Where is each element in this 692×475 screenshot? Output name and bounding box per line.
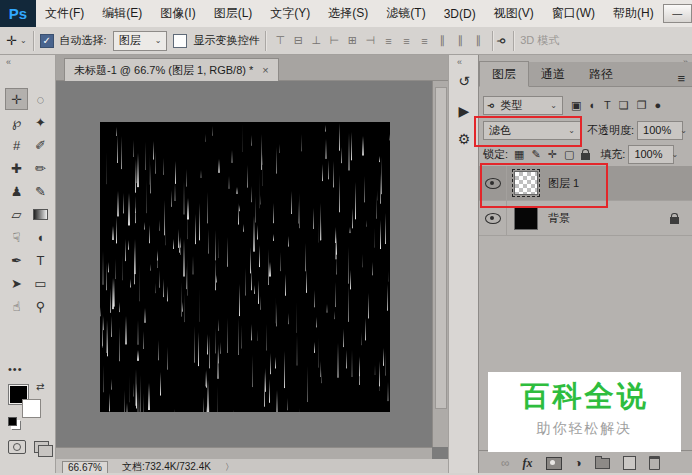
lasso-tool[interactable]: ℘ xyxy=(5,111,28,133)
new-layer-icon[interactable] xyxy=(623,456,636,470)
layer-thumbnail[interactable] xyxy=(514,206,538,230)
smudge-tool[interactable]: ☟ xyxy=(5,226,28,248)
properties-panel-icon[interactable]: ⚙ xyxy=(449,131,479,147)
distribute-horizontal-centers-icon[interactable]: ∥ xyxy=(452,34,468,47)
blend-mode-dropdown[interactable]: 滤色 ⌄ xyxy=(483,121,581,140)
menu-item-9[interactable]: 窗口(W) xyxy=(543,5,604,22)
show-transform-checkbox[interactable] xyxy=(173,34,187,48)
menu-item-4[interactable]: 文字(Y) xyxy=(261,5,319,22)
menu-item-5[interactable]: 选择(S) xyxy=(319,5,377,22)
panel-menu-icon[interactable]: ≡ xyxy=(677,71,692,86)
layer-name[interactable]: 背景 xyxy=(548,211,570,226)
type-tool[interactable]: T xyxy=(29,249,52,271)
healing-brush-tool[interactable]: ✚ xyxy=(5,157,28,179)
lock-all-icon[interactable] xyxy=(581,153,590,160)
expand-panels-icon[interactable]: « xyxy=(457,57,461,67)
align-vertical-centers-icon[interactable]: ⊟ xyxy=(290,34,306,47)
edit-toolbar-icon[interactable]: ••• xyxy=(8,363,23,375)
filter-type-layers-icon[interactable]: T xyxy=(604,99,611,111)
filter-shape-layers-icon[interactable]: ❏ xyxy=(619,99,629,112)
history-brush-tool[interactable]: ✎ xyxy=(29,180,52,202)
opacity-dropdown[interactable]: 100% ⌄ xyxy=(637,121,683,140)
align-top-edges-icon[interactable]: ⊤ xyxy=(272,34,288,47)
status-chevron-icon[interactable]: 〉 xyxy=(225,461,234,474)
new-group-icon[interactable] xyxy=(595,458,610,469)
lock-image-pixels-icon[interactable]: ✎ xyxy=(531,148,540,161)
layer-filter-dropdown[interactable]: ⌕ 类型 ⌄ xyxy=(483,96,563,115)
actions-panel-icon[interactable]: ▶ xyxy=(449,103,479,119)
quick-selection-tool[interactable]: ✦ xyxy=(29,111,52,133)
tab-paths[interactable]: 路径 xyxy=(577,62,625,86)
search-icon[interactable]: ⌕ xyxy=(495,32,513,50)
distribute-vertical-centers-icon[interactable]: ≡ xyxy=(398,35,414,47)
canvas-image[interactable] xyxy=(100,122,390,412)
menu-item-7[interactable]: 3D(D) xyxy=(435,7,485,21)
layer-row-layer-1[interactable]: 图层 1 xyxy=(479,166,692,201)
dodge-tool[interactable]: ◖ xyxy=(29,226,52,248)
menu-item-10[interactable]: 帮助(H) xyxy=(604,5,663,22)
screen-mode-button[interactable] xyxy=(34,441,49,453)
distribute-top-edges-icon[interactable]: ≡ xyxy=(380,35,396,47)
shape-tool[interactable]: ▭ xyxy=(29,272,52,294)
new-adjustment-layer-icon[interactable]: ◑ xyxy=(575,456,582,470)
background-color-swatch[interactable] xyxy=(22,399,41,418)
layer-name[interactable]: 图层 1 xyxy=(548,176,579,191)
distribute-left-edges-icon[interactable]: ∥ xyxy=(434,34,450,47)
auto-select-checkbox[interactable]: ✓ xyxy=(40,34,54,48)
menu-item-8[interactable]: 视图(V) xyxy=(485,5,543,22)
default-colors-icon[interactable] xyxy=(8,417,17,426)
zoom-tool[interactable]: ⚲ xyxy=(29,295,52,317)
history-panel-icon[interactable]: ↺ xyxy=(449,73,479,89)
marquee-tool[interactable]: ◌ xyxy=(29,88,52,110)
clone-stamp-tool[interactable]: ♟ xyxy=(5,180,28,202)
brush-tool[interactable]: ✏ xyxy=(29,157,52,179)
eraser-tool[interactable]: ▱ xyxy=(5,203,28,225)
menu-item-2[interactable]: 图像(I) xyxy=(151,5,204,22)
fill-dropdown[interactable]: 100% ⌄ xyxy=(628,145,674,164)
filter-pixel-layers-icon[interactable]: ▣ xyxy=(571,99,581,112)
layer-style-fx-icon[interactable]: fx xyxy=(523,456,533,471)
visibility-cell[interactable] xyxy=(479,166,507,201)
link-layers-icon[interactable]: ∞ xyxy=(501,456,510,470)
layer-thumbnail[interactable] xyxy=(514,171,538,195)
layer-row-background[interactable]: 背景 xyxy=(479,201,692,236)
align-right-edges-icon[interactable]: ⊣ xyxy=(362,34,378,47)
align-left-edges-icon[interactable]: ⊢ xyxy=(326,34,342,47)
horizontal-scrollbar[interactable] xyxy=(56,447,432,459)
hand-tool[interactable]: ☝ xyxy=(5,295,28,317)
menu-item-1[interactable]: 编辑(E) xyxy=(93,5,151,22)
minimize-button[interactable]: — xyxy=(663,4,692,23)
zoom-level-field[interactable]: 66.67% xyxy=(62,461,108,474)
lock-transparent-pixels-icon[interactable]: ▦ xyxy=(514,148,524,161)
add-layer-mask-icon[interactable] xyxy=(546,457,562,470)
collapse-toolbar-icon[interactable]: « xyxy=(6,57,10,67)
tab-layers[interactable]: 图层 xyxy=(479,61,529,87)
crop-tool[interactable]: # xyxy=(5,134,28,156)
vertical-scrollbar[interactable] xyxy=(432,81,448,447)
lock-position-icon[interactable]: ✛ xyxy=(548,148,557,161)
distribute-right-edges-icon[interactable]: ∥ xyxy=(470,34,486,47)
move-tool[interactable]: ✛ xyxy=(5,88,28,110)
tab-channels[interactable]: 通道 xyxy=(529,62,577,86)
distribute-bottom-edges-icon[interactable]: ≡ xyxy=(416,35,432,47)
document-tab[interactable]: 未标题-1 @ 66.7% (图层 1, RGB/8) * × xyxy=(64,58,279,81)
visibility-cell[interactable] xyxy=(479,201,507,236)
menu-item-3[interactable]: 图层(L) xyxy=(205,5,262,22)
pen-tool[interactable]: ✒ xyxy=(5,249,28,271)
lock-artboard-icon[interactable]: ▢ xyxy=(564,148,574,161)
delete-layer-icon[interactable] xyxy=(649,456,660,470)
menu-item-6[interactable]: 滤镜(T) xyxy=(377,5,434,22)
gradient-tool[interactable] xyxy=(29,203,52,225)
filter-smart-objects-icon[interactable]: ❐ xyxy=(637,99,647,112)
menu-item-0[interactable]: 文件(F) xyxy=(36,5,93,22)
filter-adjustment-layers-icon[interactable]: ◐ xyxy=(589,99,596,111)
quick-mask-button[interactable] xyxy=(8,440,26,454)
auto-select-dropdown[interactable]: 图层 ⌄ xyxy=(113,31,168,51)
align-horizontal-centers-icon[interactable]: ⊞ xyxy=(344,34,360,47)
swap-colors-icon[interactable]: ⇄ xyxy=(36,381,44,392)
align-bottom-edges-icon[interactable]: ⊥ xyxy=(308,34,324,47)
current-tool-indicator[interactable]: ✛ ⌄ xyxy=(6,33,27,48)
tab-close-icon[interactable]: × xyxy=(262,64,268,76)
eyedropper-tool[interactable]: ✐ xyxy=(29,134,52,156)
path-selection-tool[interactable]: ➤ xyxy=(5,272,28,294)
